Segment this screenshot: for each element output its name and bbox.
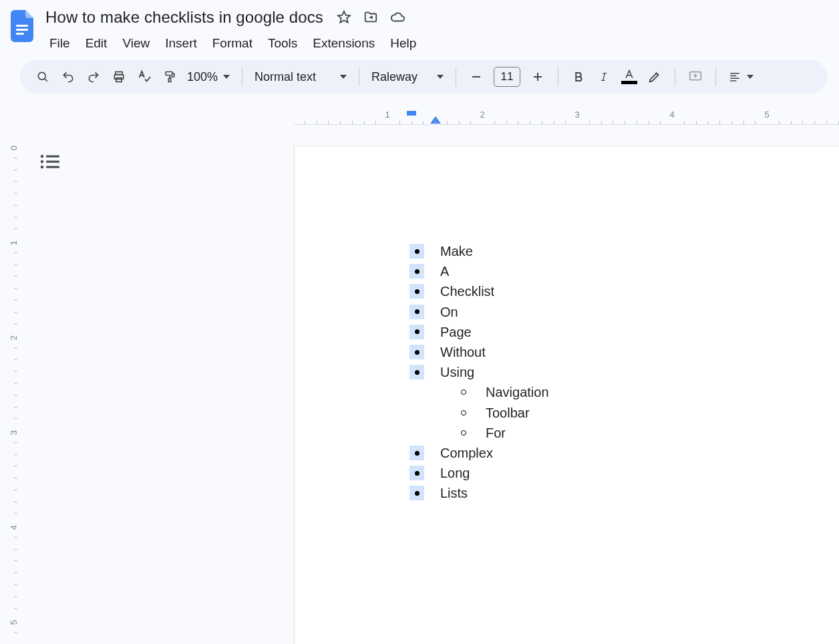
menu-edit[interactable]: Edit bbox=[79, 33, 114, 53]
bold-button[interactable] bbox=[566, 65, 591, 89]
spellcheck-icon[interactable] bbox=[132, 65, 156, 89]
bullet-text[interactable]: A bbox=[440, 261, 449, 281]
decrease-font-size-button[interactable] bbox=[464, 65, 488, 89]
bullet-item[interactable]: A bbox=[409, 261, 549, 281]
toolbar-separator bbox=[675, 67, 675, 86]
menu-file[interactable]: File bbox=[43, 33, 77, 53]
chevron-down-icon bbox=[747, 75, 753, 79]
bullet-text[interactable]: Complex bbox=[440, 443, 493, 463]
vertical-ruler[interactable]: 012345 bbox=[0, 124, 17, 644]
menu-extensions[interactable]: Extensions bbox=[306, 33, 381, 53]
bullet-text[interactable]: Lists bbox=[440, 483, 468, 503]
bullet-item[interactable]: Without bbox=[409, 342, 549, 362]
zoom-dropdown[interactable]: 100% bbox=[183, 65, 234, 89]
bullet-marker bbox=[409, 365, 424, 379]
workspace: MakeAChecklistOnPageWithoutUsingNavigati… bbox=[17, 124, 839, 644]
cloud-status-icon[interactable] bbox=[389, 9, 406, 26]
svg-point-17 bbox=[41, 166, 43, 168]
undo-icon[interactable] bbox=[56, 65, 80, 89]
svg-rect-2 bbox=[16, 33, 24, 35]
bullet-item[interactable]: Checklist bbox=[409, 281, 549, 301]
print-icon[interactable] bbox=[107, 65, 131, 89]
bullet-marker bbox=[409, 325, 424, 339]
highlight-color-button[interactable] bbox=[643, 65, 667, 89]
docs-logo-icon[interactable] bbox=[9, 8, 36, 44]
svg-rect-0 bbox=[16, 25, 28, 27]
sub-bullet-item[interactable]: Navigation bbox=[409, 382, 549, 402]
menu-view[interactable]: View bbox=[116, 33, 156, 53]
document-page[interactable]: MakeAChecklistOnPageWithoutUsingNavigati… bbox=[294, 146, 839, 644]
ruler-tick-label: 3 bbox=[574, 110, 579, 120]
bullet-marker bbox=[409, 284, 424, 299]
bullet-marker bbox=[409, 486, 424, 500]
document-body[interactable]: MakeAChecklistOnPageWithoutUsingNavigati… bbox=[409, 241, 549, 504]
bullet-text[interactable]: Using bbox=[440, 362, 474, 382]
toolbar-separator bbox=[456, 67, 456, 86]
font-size-input[interactable] bbox=[494, 67, 520, 87]
font-dropdown[interactable]: Raleway bbox=[367, 65, 448, 89]
paragraph-style-dropdown[interactable]: Normal text bbox=[250, 65, 351, 89]
sub-bullet-marker bbox=[456, 385, 471, 399]
toolbar-separator bbox=[715, 67, 716, 86]
bullet-item[interactable]: Make bbox=[409, 241, 549, 261]
bullet-text[interactable]: Long bbox=[440, 463, 470, 483]
bullet-item[interactable]: Using bbox=[409, 362, 549, 382]
bullet-marker bbox=[409, 345, 424, 359]
star-icon[interactable] bbox=[335, 9, 353, 26]
document-title[interactable]: How to make checklists in google docs bbox=[43, 7, 326, 27]
increase-font-size-button[interactable] bbox=[526, 65, 550, 89]
paint-format-icon[interactable] bbox=[158, 65, 182, 89]
italic-button[interactable] bbox=[592, 65, 616, 89]
document-outline-icon[interactable] bbox=[40, 154, 61, 171]
redo-icon[interactable] bbox=[81, 65, 106, 89]
bullet-item[interactable]: Long bbox=[409, 463, 549, 483]
left-indent-marker[interactable] bbox=[430, 116, 441, 124]
bullet-text[interactable]: Make bbox=[440, 241, 473, 261]
search-icon[interactable] bbox=[31, 65, 55, 89]
bullet-text[interactable]: Navigation bbox=[486, 382, 549, 402]
bullet-text[interactable]: Without bbox=[440, 342, 486, 362]
svg-rect-1 bbox=[16, 29, 28, 31]
titlebar: How to make checklists in google docs Fi… bbox=[0, 0, 839, 53]
svg-rect-18 bbox=[46, 166, 59, 168]
ruler-tick-label: 4 bbox=[669, 110, 674, 120]
bullet-marker bbox=[409, 446, 424, 460]
bullet-text[interactable]: Page bbox=[440, 322, 472, 342]
menu-tools[interactable]: Tools bbox=[261, 33, 304, 53]
bullet-item[interactable]: On bbox=[409, 302, 549, 322]
ruler-tick-label: 2 bbox=[480, 110, 484, 120]
menu-help[interactable]: Help bbox=[383, 33, 423, 53]
move-to-folder-icon[interactable] bbox=[362, 9, 379, 26]
svg-rect-9 bbox=[472, 76, 480, 77]
svg-rect-16 bbox=[46, 160, 59, 162]
bullet-marker bbox=[409, 264, 424, 279]
bullet-text[interactable]: On bbox=[440, 302, 458, 322]
bullet-text[interactable]: For bbox=[486, 423, 506, 443]
svg-rect-7 bbox=[166, 72, 172, 75]
toolbar-separator bbox=[242, 67, 242, 86]
menubar: File Edit View Insert Format Tools Exten… bbox=[43, 33, 423, 53]
bullet-text[interactable]: Checklist bbox=[440, 281, 494, 301]
svg-rect-14 bbox=[46, 155, 59, 157]
chevron-down-icon bbox=[340, 75, 347, 79]
text-color-button[interactable] bbox=[617, 65, 641, 89]
sub-bullet-item[interactable]: Toolbar bbox=[409, 403, 549, 423]
bullet-item[interactable]: Lists bbox=[409, 483, 549, 503]
align-dropdown[interactable] bbox=[724, 65, 758, 89]
bullet-text[interactable]: Toolbar bbox=[486, 403, 530, 423]
svg-point-13 bbox=[41, 155, 43, 158]
svg-point-15 bbox=[41, 160, 43, 163]
svg-rect-8 bbox=[168, 79, 170, 82]
bullet-item[interactable]: Complex bbox=[409, 443, 549, 463]
chevron-down-icon bbox=[437, 75, 444, 79]
toolbar-separator bbox=[558, 67, 558, 86]
sub-bullet-item[interactable]: For bbox=[409, 423, 549, 443]
add-comment-button[interactable] bbox=[683, 65, 707, 89]
svg-point-3 bbox=[38, 72, 45, 79]
horizontal-ruler[interactable]: 12345 bbox=[294, 111, 839, 124]
menu-format[interactable]: Format bbox=[206, 33, 259, 53]
bullet-item[interactable]: Page bbox=[409, 322, 549, 342]
toolbar-separator bbox=[359, 67, 359, 86]
first-line-indent-marker[interactable] bbox=[407, 111, 416, 116]
menu-insert[interactable]: Insert bbox=[158, 33, 204, 53]
